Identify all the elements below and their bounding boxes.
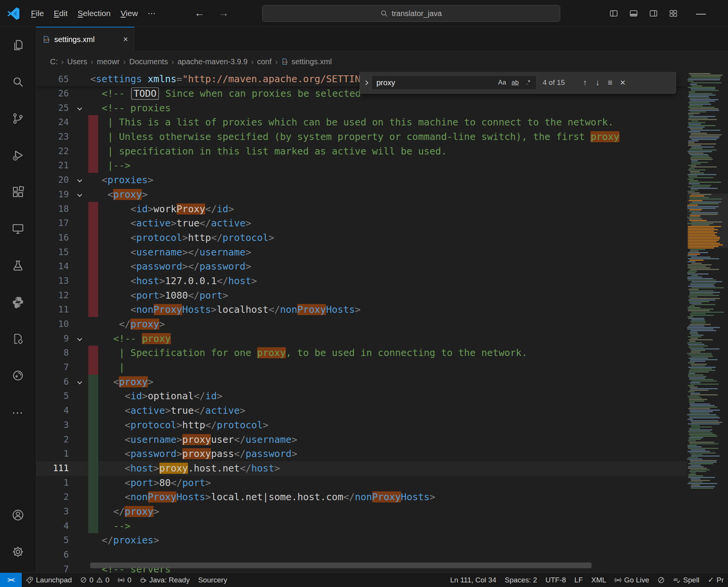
account-icon[interactable]	[0, 497, 36, 533]
breadcrumb-item[interactable]: apache-maven-3.9.9	[177, 57, 247, 66]
regex-button[interactable]: .*	[522, 77, 534, 88]
eol-status[interactable]: LF	[570, 573, 587, 587]
line-content[interactable]: | Unless otherwise specified (by system …	[90, 130, 619, 144]
line-number[interactable]: 1	[36, 447, 69, 461]
prettier-status[interactable]: ✓ Pr	[704, 573, 728, 587]
line-number[interactable]: 2	[36, 433, 69, 447]
line-content[interactable]: <protocol>http</protocol>	[90, 418, 269, 433]
forward-button[interactable]: →	[219, 7, 229, 19]
line-content[interactable]: <nonProxyHosts>localhost</nonProxyHosts>	[90, 302, 361, 317]
line-content[interactable]: <protocol>http</protocol>	[90, 231, 274, 245]
code-line[interactable]: 4 <active>true</active>	[36, 403, 687, 418]
line-content[interactable]: </proxy>	[90, 504, 159, 519]
line-content[interactable]: | specification in this list marked as a…	[90, 144, 447, 159]
code-line[interactable]: 111 <host>proxy.host.net</host>	[36, 461, 687, 476]
line-number[interactable]: 1	[36, 476, 69, 490]
code-line[interactable]: 12 <port>1080</port>	[36, 288, 687, 303]
fold-chevron-icon[interactable]	[77, 379, 82, 384]
testing-icon[interactable]	[0, 247, 36, 284]
find-next-button[interactable]: ↓	[591, 76, 604, 89]
code-line[interactable]: 13 <host>127.0.0.1</host>	[36, 274, 687, 288]
line-number[interactable]: 18	[36, 202, 69, 216]
line-content[interactable]: |-->	[90, 158, 130, 173]
code-line[interactable]: 1 <password>proxypass</password>	[36, 447, 687, 461]
menu-edit[interactable]: Edit	[49, 7, 73, 20]
line-content[interactable]: <port>1080</port>	[90, 288, 228, 303]
code-line[interactable]: 7 |	[36, 360, 687, 375]
code-line[interactable]: 17 <active>true</active>	[36, 216, 687, 231]
line-content[interactable]: | This is a list of proxies which can be…	[90, 115, 614, 130]
line-number[interactable]: 5	[36, 533, 69, 548]
line-content[interactable]: <port>80</port>	[90, 476, 211, 490]
code-line[interactable]: 5 </proxies>	[36, 533, 687, 548]
line-content[interactable]: </proxies>	[90, 533, 159, 548]
breadcrumb-item[interactable]: conf	[257, 57, 272, 66]
line-number[interactable]: 6	[36, 375, 69, 389]
line-content[interactable]: <active>true</active>	[90, 216, 251, 231]
line-content[interactable]: <!-- proxies	[90, 101, 171, 115]
line-number[interactable]: 23	[36, 130, 69, 144]
gradle-icon[interactable]	[0, 357, 36, 394]
code-line[interactable]: 19 <proxy>	[36, 187, 687, 202]
fold-chevron-icon[interactable]	[77, 178, 82, 183]
line-number[interactable]: 4	[36, 403, 69, 418]
remote-explorer-icon[interactable]	[0, 210, 36, 247]
language-mode-status[interactable]: XML	[587, 573, 610, 587]
line-number[interactable]: 6	[36, 548, 69, 562]
fold-chevron-icon[interactable]	[77, 192, 82, 197]
line-number[interactable]: 14	[36, 259, 69, 274]
line-content[interactable]: <id>workProxy</id>	[90, 202, 234, 216]
line-number[interactable]: 3	[36, 418, 69, 433]
line-number[interactable]: 65	[36, 72, 69, 86]
horizontal-scrollbar[interactable]	[90, 563, 592, 568]
code-line[interactable]: 25 <!-- proxies	[36, 101, 687, 115]
code-line[interactable]: 6 <proxy>	[36, 375, 687, 389]
code-line[interactable]: 3 </proxy>	[36, 504, 687, 519]
code-line[interactable]: 11 <nonProxyHosts>localhost</nonProxyHos…	[36, 302, 687, 317]
remote-indicator[interactable]: ><	[0, 573, 22, 587]
launchpad-status[interactable]: Launchpad	[22, 573, 76, 587]
code-line[interactable]: 20 <proxies>	[36, 173, 687, 187]
code-line[interactable]: 23 | Unless otherwise specified (by syst…	[36, 130, 687, 144]
menu-more-icon[interactable]: ⋯	[143, 7, 161, 20]
line-number[interactable]: 7	[36, 360, 69, 375]
run-debug-icon[interactable]	[0, 137, 36, 174]
tab-settings-xml[interactable]: </> settings.xml ×	[36, 27, 135, 51]
find-previous-button[interactable]: ↑	[579, 76, 591, 89]
source-control-icon[interactable]	[0, 100, 36, 137]
line-number[interactable]: 17	[36, 216, 69, 231]
tab-close-icon[interactable]: ×	[123, 34, 128, 44]
line-content[interactable]: </proxy>	[90, 317, 165, 332]
line-content[interactable]: | Specification for one proxy, to be use…	[90, 346, 527, 360]
line-number[interactable]: 19	[36, 187, 69, 202]
problems-status[interactable]: 0 0	[76, 573, 113, 587]
menu-file[interactable]: File	[26, 7, 49, 20]
line-number[interactable]: 3	[36, 504, 69, 519]
line-number[interactable]: 5	[36, 389, 69, 403]
menu-selection[interactable]: Selection	[73, 7, 115, 20]
line-content[interactable]: <host>127.0.0.1</host>	[90, 274, 257, 288]
java-status[interactable]: Java: Ready	[136, 573, 194, 587]
line-number[interactable]: 25	[36, 101, 69, 115]
cursor-position-status[interactable]: Ln 111, Col 34	[446, 573, 501, 587]
find-in-selection-button[interactable]: ≡	[604, 76, 616, 89]
code-line[interactable]: 1 <port>80</port>	[36, 476, 687, 490]
encoding-status[interactable]: UTF-8	[541, 573, 570, 587]
whole-word-button[interactable]: ab	[509, 77, 521, 88]
line-content[interactable]: -->	[90, 519, 130, 533]
code-line[interactable]: 8 | Specification for one proxy, to be u…	[36, 346, 687, 360]
line-content[interactable]: <id>optional</id>	[90, 389, 222, 403]
minimize-button[interactable]: —	[696, 8, 706, 20]
code-line[interactable]: 24 | This is a list of proxies which can…	[36, 115, 687, 130]
line-number[interactable]: 13	[36, 274, 69, 288]
line-content[interactable]: <!-- TODO Since when can proxies be sele…	[90, 86, 361, 101]
explorer-icon[interactable]	[0, 27, 36, 63]
line-number[interactable]: 26	[36, 86, 69, 101]
go-live-status[interactable]: Go Live	[610, 573, 653, 587]
settings-gear-icon[interactable]	[0, 533, 36, 570]
code-line[interactable]: 22 | specification in this list marked a…	[36, 144, 687, 159]
fold-chevron-icon[interactable]	[77, 106, 82, 111]
line-content[interactable]: <active>true</active>	[90, 403, 245, 418]
toggle-replace-button[interactable]	[360, 72, 371, 93]
spell-status[interactable]: ab Spell	[669, 573, 704, 587]
